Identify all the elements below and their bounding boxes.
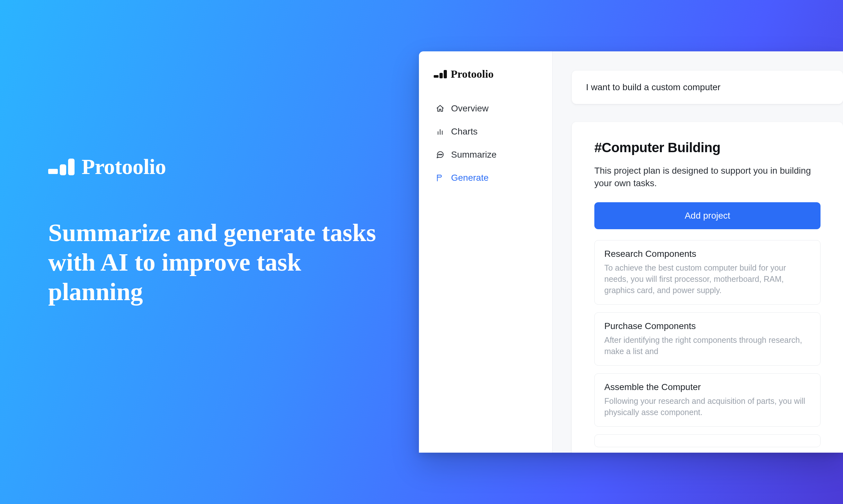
sidebar: Protoolio OverviewChartsSummarizeGenerat…	[419, 51, 552, 453]
task-description: To achieve the best custom computer buil…	[604, 262, 811, 296]
task-list: Research ComponentsTo achieve the best c…	[594, 240, 821, 427]
task-title: Purchase Components	[604, 321, 811, 331]
sidebar-item-overview[interactable]: Overview	[434, 98, 538, 119]
hero-headline: Summarize and generate tasks with AI to …	[48, 218, 402, 307]
sidebar-item-summarize[interactable]: Summarize	[434, 144, 538, 165]
task-item[interactable]: Research ComponentsTo achieve the best c…	[594, 240, 821, 305]
prompt-input[interactable]: I want to build a custom computer	[572, 71, 843, 104]
result-card: #Computer Building This project plan is …	[572, 122, 843, 453]
sidebar-item-charts[interactable]: Charts	[434, 121, 538, 142]
hero-logo: Protoolio	[48, 154, 402, 179]
app-brand: Protoolio	[451, 68, 493, 80]
chart-icon	[436, 127, 445, 136]
sidebar-item-label: Charts	[451, 126, 477, 137]
sidebar-item-label: Generate	[451, 173, 489, 183]
main-content: I want to build a custom computer #Compu…	[552, 51, 843, 453]
svg-point-3	[439, 154, 439, 155]
app-window: Protoolio OverviewChartsSummarizeGenerat…	[419, 51, 843, 453]
result-title: #Computer Building	[594, 140, 821, 155]
hero-brand: Protoolio	[82, 154, 166, 179]
hero: Protoolio Summarize and generate tasks w…	[48, 154, 402, 307]
sidebar-nav: OverviewChartsSummarizeGenerate	[434, 98, 538, 188]
task-item[interactable]: Assemble the ComputerFollowing your rese…	[594, 373, 821, 427]
sidebar-item-label: Overview	[451, 103, 489, 114]
sidebar-item-label: Summarize	[451, 149, 497, 160]
result-description: This project plan is designed to support…	[594, 164, 821, 190]
task-item[interactable]	[594, 434, 821, 447]
task-description: After identifying the right components t…	[604, 335, 811, 357]
protoolio-logo-icon	[48, 159, 74, 175]
task-title: Assemble the Computer	[604, 382, 811, 392]
chat-icon	[436, 150, 445, 159]
task-title: Research Components	[604, 249, 811, 259]
sidebar-item-generate[interactable]: Generate	[434, 167, 538, 188]
svg-point-4	[440, 154, 440, 155]
flag-icon	[436, 173, 445, 182]
add-project-button[interactable]: Add project	[594, 202, 821, 229]
protoolio-logo-icon	[434, 70, 447, 78]
task-description: Following your research and acquisition …	[604, 396, 811, 418]
svg-point-5	[441, 154, 442, 155]
task-item[interactable]: Purchase ComponentsAfter identifying the…	[594, 312, 821, 366]
home-icon	[436, 104, 445, 113]
app-logo[interactable]: Protoolio	[434, 68, 538, 80]
prompt-text: I want to build a custom computer	[586, 82, 829, 92]
